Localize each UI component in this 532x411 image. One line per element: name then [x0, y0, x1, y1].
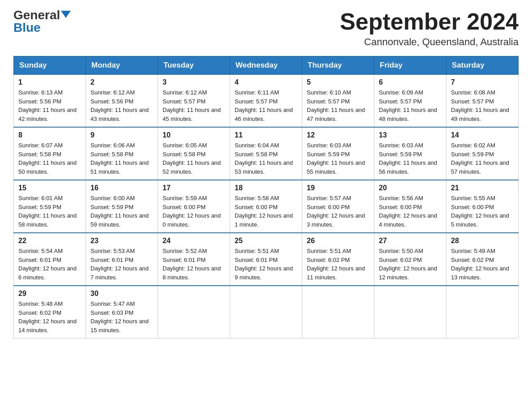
calendar-cell: 12Sunrise: 6:03 AMSunset: 5:59 PMDayligh… [302, 127, 374, 180]
calendar-cell: 24Sunrise: 5:52 AMSunset: 6:01 PMDayligh… [158, 233, 230, 286]
day-number: 18 [235, 184, 297, 192]
location-title: Cannonvale, Queensland, Australia [340, 36, 519, 48]
calendar-week-row: 8Sunrise: 6:07 AMSunset: 5:58 PMDaylight… [14, 127, 519, 180]
day-number: 6 [379, 78, 442, 86]
calendar-header-row: SundayMondayTuesdayWednesdayThursdayFrid… [14, 56, 519, 75]
month-title: September 2024 [340, 9, 519, 34]
day-header-friday: Friday [374, 56, 446, 75]
day-number: 2 [90, 78, 153, 86]
calendar-cell: 9Sunrise: 6:06 AMSunset: 5:58 PMDaylight… [86, 127, 158, 180]
calendar-cell: 2Sunrise: 6:12 AMSunset: 5:56 PMDaylight… [86, 75, 158, 128]
calendar-cell: 1Sunrise: 6:13 AMSunset: 5:56 PMDaylight… [14, 75, 86, 128]
day-info: Sunrise: 5:47 AMSunset: 6:03 PMDaylight:… [90, 300, 153, 334]
logo-triangle-icon [61, 11, 71, 18]
day-number: 4 [235, 78, 297, 86]
day-info: Sunrise: 5:57 AMSunset: 6:00 PMDaylight:… [307, 194, 369, 229]
day-number: 7 [451, 78, 514, 86]
calendar-cell: 18Sunrise: 5:58 AMSunset: 6:00 PMDayligh… [230, 180, 302, 233]
calendar-cell: 23Sunrise: 5:53 AMSunset: 6:01 PMDayligh… [86, 233, 158, 286]
day-info: Sunrise: 6:04 AMSunset: 5:58 PMDaylight:… [235, 141, 297, 176]
day-info: Sunrise: 6:13 AMSunset: 5:56 PMDaylight:… [18, 88, 81, 123]
logo-blue: Blue [13, 21, 41, 34]
day-number: 21 [451, 184, 514, 192]
calendar-cell: 15Sunrise: 6:01 AMSunset: 5:59 PMDayligh… [14, 180, 86, 233]
calendar-cell: 17Sunrise: 5:59 AMSunset: 6:00 PMDayligh… [158, 180, 230, 233]
day-number: 12 [307, 131, 369, 139]
calendar-cell: 25Sunrise: 5:51 AMSunset: 6:01 PMDayligh… [230, 233, 302, 286]
logo-general: General [13, 9, 60, 21]
calendar-cell: 11Sunrise: 6:04 AMSunset: 5:58 PMDayligh… [230, 127, 302, 180]
day-number: 20 [379, 184, 442, 192]
calendar-cell: 28Sunrise: 5:49 AMSunset: 6:02 PMDayligh… [446, 233, 519, 286]
day-header-thursday: Thursday [302, 56, 374, 75]
day-info: Sunrise: 6:09 AMSunset: 5:57 PMDaylight:… [379, 88, 442, 123]
calendar-cell: 26Sunrise: 5:51 AMSunset: 6:02 PMDayligh… [302, 233, 374, 286]
day-info: Sunrise: 5:54 AMSunset: 6:01 PMDaylight:… [18, 247, 81, 282]
day-number: 1 [18, 78, 81, 86]
day-number: 24 [163, 237, 225, 245]
day-info: Sunrise: 6:06 AMSunset: 5:58 PMDaylight:… [90, 141, 153, 176]
day-number: 23 [90, 237, 153, 245]
day-number: 5 [307, 78, 369, 86]
day-number: 13 [379, 131, 442, 139]
page-header: General Blue September 2024 Cannonvale, … [13, 9, 519, 48]
svg-marker-0 [61, 11, 71, 18]
day-info: Sunrise: 5:50 AMSunset: 6:02 PMDaylight:… [379, 247, 442, 282]
day-info: Sunrise: 5:51 AMSunset: 6:01 PMDaylight:… [235, 247, 297, 282]
day-number: 11 [235, 131, 297, 139]
calendar-cell: 3Sunrise: 6:12 AMSunset: 5:57 PMDaylight… [158, 75, 230, 128]
day-info: Sunrise: 6:11 AMSunset: 5:57 PMDaylight:… [235, 88, 297, 123]
day-header-sunday: Sunday [14, 56, 86, 75]
day-info: Sunrise: 5:53 AMSunset: 6:01 PMDaylight:… [90, 247, 153, 282]
day-info: Sunrise: 6:01 AMSunset: 5:59 PMDaylight:… [18, 194, 81, 229]
day-number: 8 [18, 131, 81, 139]
calendar-cell: 13Sunrise: 6:03 AMSunset: 5:59 PMDayligh… [374, 127, 446, 180]
calendar-cell: 19Sunrise: 5:57 AMSunset: 6:00 PMDayligh… [302, 180, 374, 233]
calendar-cell: 6Sunrise: 6:09 AMSunset: 5:57 PMDaylight… [374, 75, 446, 128]
calendar-table: SundayMondayTuesdayWednesdayThursdayFrid… [13, 56, 519, 338]
day-info: Sunrise: 5:58 AMSunset: 6:00 PMDaylight:… [235, 194, 297, 229]
calendar-cell: 22Sunrise: 5:54 AMSunset: 6:01 PMDayligh… [14, 233, 86, 286]
day-number: 17 [163, 184, 225, 192]
calendar-cell [230, 286, 302, 338]
day-number: 22 [18, 237, 81, 245]
day-info: Sunrise: 6:08 AMSunset: 5:57 PMDaylight:… [451, 88, 514, 123]
day-info: Sunrise: 6:12 AMSunset: 5:56 PMDaylight:… [90, 88, 153, 123]
calendar-week-row: 29Sunrise: 5:48 AMSunset: 6:02 PMDayligh… [14, 286, 519, 338]
calendar-cell: 8Sunrise: 6:07 AMSunset: 5:58 PMDaylight… [14, 127, 86, 180]
calendar-week-row: 22Sunrise: 5:54 AMSunset: 6:01 PMDayligh… [14, 233, 519, 286]
day-info: Sunrise: 6:07 AMSunset: 5:58 PMDaylight:… [18, 141, 81, 176]
day-info: Sunrise: 6:05 AMSunset: 5:58 PMDaylight:… [163, 141, 225, 176]
calendar-cell: 14Sunrise: 6:02 AMSunset: 5:59 PMDayligh… [446, 127, 519, 180]
calendar-cell: 10Sunrise: 6:05 AMSunset: 5:58 PMDayligh… [158, 127, 230, 180]
day-info: Sunrise: 5:49 AMSunset: 6:02 PMDaylight:… [451, 247, 514, 282]
day-info: Sunrise: 6:02 AMSunset: 5:59 PMDaylight:… [451, 141, 514, 176]
calendar-week-row: 1Sunrise: 6:13 AMSunset: 5:56 PMDaylight… [14, 75, 519, 128]
calendar-cell: 16Sunrise: 6:00 AMSunset: 5:59 PMDayligh… [86, 180, 158, 233]
day-info: Sunrise: 5:51 AMSunset: 6:02 PMDaylight:… [307, 247, 369, 282]
day-header-tuesday: Tuesday [158, 56, 230, 75]
calendar-cell: 20Sunrise: 5:56 AMSunset: 6:00 PMDayligh… [374, 180, 446, 233]
day-number: 28 [451, 237, 514, 245]
calendar-cell: 29Sunrise: 5:48 AMSunset: 6:02 PMDayligh… [14, 286, 86, 338]
day-number: 14 [451, 131, 514, 139]
day-number: 30 [90, 290, 153, 298]
day-number: 19 [307, 184, 369, 192]
day-number: 29 [18, 290, 81, 298]
calendar-cell [446, 286, 519, 338]
day-header-wednesday: Wednesday [230, 56, 302, 75]
calendar-cell: 5Sunrise: 6:10 AMSunset: 5:57 PMDaylight… [302, 75, 374, 128]
calendar-cell: 7Sunrise: 6:08 AMSunset: 5:57 PMDaylight… [446, 75, 519, 128]
day-number: 10 [163, 131, 225, 139]
day-number: 9 [90, 131, 153, 139]
day-info: Sunrise: 6:03 AMSunset: 5:59 PMDaylight:… [379, 141, 442, 176]
calendar-cell: 27Sunrise: 5:50 AMSunset: 6:02 PMDayligh… [374, 233, 446, 286]
day-info: Sunrise: 5:52 AMSunset: 6:01 PMDaylight:… [163, 247, 225, 282]
day-info: Sunrise: 6:10 AMSunset: 5:57 PMDaylight:… [307, 88, 369, 123]
day-number: 16 [90, 184, 153, 192]
calendar-cell [374, 286, 446, 338]
calendar-cell [302, 286, 374, 338]
day-info: Sunrise: 5:48 AMSunset: 6:02 PMDaylight:… [18, 300, 81, 334]
calendar-cell: 21Sunrise: 5:55 AMSunset: 6:00 PMDayligh… [446, 180, 519, 233]
calendar-cell [158, 286, 230, 338]
